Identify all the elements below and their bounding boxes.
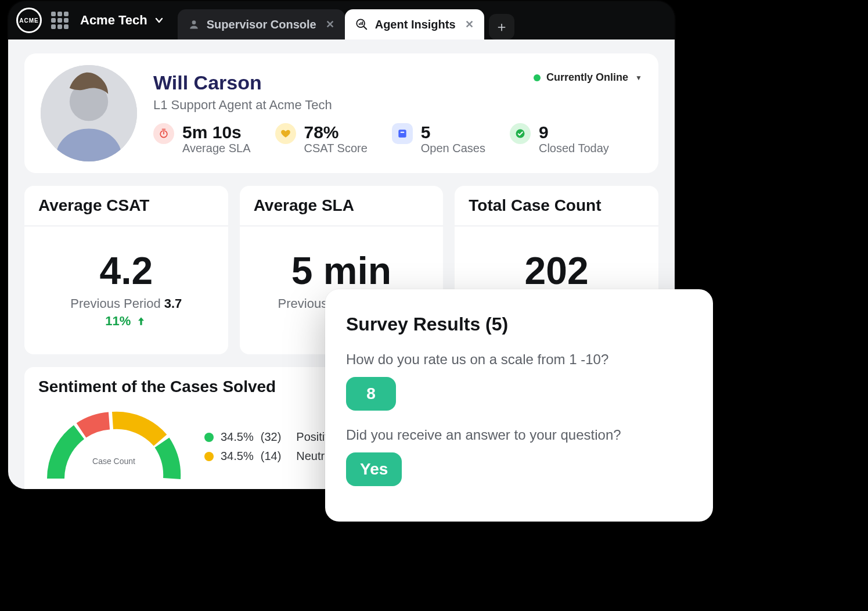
caret-down-icon: ▼	[635, 74, 642, 82]
tab-label: Agent Insights	[375, 18, 456, 31]
top-bar: ACME Acme Tech Supervisor Console ✕	[8, 1, 675, 39]
app-launcher-icon[interactable]	[51, 12, 69, 29]
status-label: Currently Online	[546, 71, 628, 84]
svg-rect-12	[400, 132, 404, 133]
workspace-name: Acme Tech	[80, 13, 147, 28]
check-circle-icon	[510, 123, 531, 144]
stat-csat-score: 78% CSAT Score	[275, 123, 368, 155]
chevron-down-icon	[154, 16, 164, 25]
tab-supervisor-console[interactable]: Supervisor Console ✕	[178, 9, 345, 39]
legend-dot-icon	[204, 452, 214, 461]
tab-label: Supervisor Console	[207, 18, 316, 31]
stat-label: Average SLA	[182, 142, 251, 155]
survey-question: Did you receive an answer to your questi…	[346, 427, 692, 443]
stat-label: CSAT Score	[304, 142, 368, 155]
agent-profile-card: Will Carson L1 Support Agent at Acme Tec…	[24, 53, 658, 173]
survey-answer-badge: Yes	[346, 452, 402, 486]
agent-role: L1 Support Agent at Acme Tech	[153, 98, 332, 113]
new-tab-button[interactable]: ＋	[489, 14, 514, 39]
svg-rect-5	[362, 21, 363, 25]
status-picker[interactable]: Currently Online ▼	[534, 71, 642, 84]
close-icon[interactable]: ✕	[326, 18, 334, 31]
kpi-title: Total Case Count	[455, 186, 658, 227]
kpi-title: Average CSAT	[24, 186, 228, 227]
status-dot-icon	[534, 74, 541, 81]
brand-logo-text: ACME	[19, 17, 38, 24]
legend-item: 34.5% (32)	[204, 430, 281, 444]
stat-value: 9	[539, 123, 609, 142]
kpi-title: Average SLA	[240, 186, 444, 227]
person-icon	[188, 19, 200, 30]
stat-closed-today: 9 Closed Today	[510, 123, 609, 155]
stat-label: Closed Today	[539, 142, 609, 155]
arrow-up-icon	[135, 315, 147, 327]
svg-rect-3	[359, 23, 360, 25]
analytics-search-icon	[355, 18, 368, 31]
sentiment-legend: 34.5% (32) 34.5% (14)	[204, 430, 281, 463]
survey-question: How do you rate us on a scale from 1 -10…	[346, 351, 692, 368]
stat-value: 5m 10s	[182, 123, 251, 142]
svg-rect-11	[398, 130, 406, 138]
stat-value: 5	[421, 123, 485, 142]
svg-rect-4	[360, 22, 361, 25]
case-icon	[392, 123, 413, 144]
survey-results-panel: Survey Results (5) How do you rate us on…	[325, 289, 713, 522]
kpi-value: 202	[469, 249, 644, 293]
workspace-picker[interactable]: Acme Tech	[80, 13, 164, 28]
heart-icon	[275, 123, 296, 144]
tab-bar: Supervisor Console ✕ Agent Insights ✕ ＋	[178, 1, 514, 39]
kpi-value: 5 min	[254, 249, 430, 293]
tab-agent-insights[interactable]: Agent Insights ✕	[345, 9, 484, 39]
legend-dot-icon	[204, 433, 214, 442]
avatar	[41, 65, 137, 161]
survey-title: Survey Results (5)	[346, 314, 692, 335]
kpi-value: 4.2	[38, 249, 214, 293]
svg-line-2	[363, 27, 366, 30]
kpi-previous: Previous Period 3.7	[38, 296, 214, 311]
gauge-center-label: Case Count	[92, 457, 135, 466]
sentiment-gauge: Case Count	[38, 403, 189, 489]
agent-name: Will Carson	[153, 71, 332, 94]
svg-point-0	[192, 20, 196, 24]
kpi-delta: 11%	[105, 314, 147, 329]
stat-label: Open Cases	[421, 142, 485, 155]
kpi-average-csat: Average CSAT 4.2 Previous Period 3.7 11%	[24, 186, 228, 354]
stat-value: 78%	[304, 123, 368, 142]
survey-answer-badge: 8	[346, 377, 396, 411]
stopwatch-icon	[153, 123, 174, 144]
close-icon[interactable]: ✕	[465, 18, 474, 31]
brand-logo[interactable]: ACME	[16, 8, 42, 33]
legend-item: 34.5% (14)	[204, 450, 281, 463]
stat-open-cases: 5 Open Cases	[392, 123, 485, 155]
stat-average-sla: 5m 10s Average SLA	[153, 123, 251, 155]
profile-stats: 5m 10s Average SLA 78% CSAT Score	[153, 123, 642, 155]
